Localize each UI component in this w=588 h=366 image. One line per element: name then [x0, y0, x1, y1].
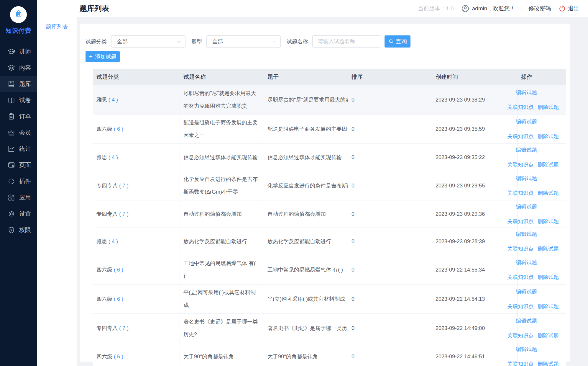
category-label: 四六级	[96, 295, 112, 303]
chevron-down-icon	[271, 39, 277, 45]
category-count-link[interactable]: ( 7 )	[119, 183, 129, 189]
app-logo: 知识付费	[0, 0, 37, 35]
sidebar-item-lecturer[interactable]: 讲师	[0, 43, 37, 60]
submenu-item-question-list[interactable]: 题库列表	[37, 23, 77, 31]
table-header-row: 试题分类试题名称题干排序创建时间操作	[93, 69, 566, 85]
main-area: 题库列表 当前版本：1.0 admin，欢迎您！ | 修改密码	[77, 0, 588, 366]
column-header: 创建时间	[432, 73, 518, 81]
delete-question-link[interactable]: 删除试题	[538, 218, 559, 225]
cell-category: 四六级 ( 6 )	[93, 115, 180, 143]
logout-button[interactable]: 退出	[559, 5, 579, 12]
sidebar-item-permission[interactable]: 权限	[0, 222, 37, 238]
category-count-link[interactable]: ( 7 )	[119, 325, 129, 331]
sidebar-item-statistics[interactable]: 统计	[0, 141, 37, 157]
cell-sort: 0	[348, 115, 432, 143]
sidebar-item-order[interactable]: 订单	[0, 108, 37, 125]
cell-created-time: 2023-09-22 14:49:00	[432, 314, 518, 343]
header-right: 当前版本：1.0 admin，欢迎您！ | 修改密码 退出	[418, 4, 579, 13]
sidebar-item-page[interactable]: 页面	[0, 157, 37, 173]
category-count-link[interactable]: ( 4 )	[109, 97, 118, 103]
delete-question-link[interactable]: 删除试题	[538, 332, 559, 339]
delete-question-link[interactable]: 删除试题	[538, 189, 559, 197]
operation-links-row: 关联知识点 删除试题	[507, 161, 559, 168]
top-header: 题库列表 当前版本：1.0 admin，欢迎您！ | 修改密码	[77, 0, 588, 17]
sidebar-menu: 讲师 内容 题库 试卷 订单 会员 统计 页面 插件 应用 设置 权限	[0, 43, 37, 238]
cell-operations: 编辑试题 关联知识点 删除试题	[518, 144, 566, 171]
sidebar-item-content[interactable]: 内容	[0, 60, 37, 76]
question-list-card: 试题分类 全部 题型 全部 试题名称	[80, 24, 570, 362]
permission-icon	[7, 226, 15, 234]
sidebar-item-member[interactable]: 会员	[0, 125, 37, 141]
operation-links-row: 关联知识点 删除试题	[507, 245, 559, 252]
search-icon	[388, 38, 394, 45]
link-knowledge-link[interactable]: 关联知识点	[507, 360, 534, 366]
cell-question-name: 大于90°的角都是钝角	[180, 343, 264, 366]
delete-question-link[interactable]: 删除试题	[538, 245, 559, 252]
cell-operations: 编辑试题 关联知识点 删除试题	[518, 171, 566, 200]
delete-question-link[interactable]: 删除试题	[538, 133, 559, 140]
question-name-input[interactable]	[312, 35, 381, 48]
cell-category: 四六级 ( 6 )	[93, 343, 180, 366]
sidebar-item-application[interactable]: 应用	[0, 189, 37, 206]
type-select[interactable]: 全部	[206, 35, 281, 48]
link-knowledge-link[interactable]: 关联知识点	[507, 189, 534, 197]
link-knowledge-link[interactable]: 关联知识点	[507, 133, 534, 140]
edit-question-link[interactable]: 编辑试题	[516, 346, 537, 353]
edit-question-link[interactable]: 编辑试题	[516, 231, 537, 238]
cell-created-time: 2023-09-22 14:54:13	[432, 285, 518, 313]
category-label: 四六级	[96, 125, 112, 133]
add-question-button[interactable]: + 添加试题	[86, 51, 120, 62]
category-label: 专四专八	[96, 182, 118, 189]
sidebar-item-plugin[interactable]: 插件	[0, 173, 37, 189]
edit-question-link[interactable]: 编辑试题	[516, 288, 537, 295]
plus-icon: +	[89, 53, 93, 60]
edit-question-link[interactable]: 编辑试题	[516, 317, 537, 324]
sidebar-item-exam-paper[interactable]: 试卷	[0, 92, 37, 108]
cell-stem: 尽职尽责的"尽"就是要求用最大的努...	[264, 85, 348, 114]
table-row: 四六级 ( 6 ) 大于90°的角都是钝角 大于90°的角都是钝角 0 2023…	[93, 343, 566, 366]
link-knowledge-link[interactable]: 关联知识点	[507, 161, 534, 168]
change-password-link[interactable]: 修改密码	[528, 5, 551, 12]
link-knowledge-link[interactable]: 关联知识点	[507, 218, 534, 225]
edit-question-link[interactable]: 编辑试题	[516, 89, 537, 96]
page-title: 题库列表	[80, 4, 109, 13]
category-count-link[interactable]: ( 4 )	[109, 154, 118, 161]
delete-question-link[interactable]: 删除试题	[538, 104, 559, 111]
link-knowledge-link[interactable]: 关联知识点	[507, 104, 534, 111]
edit-question-link[interactable]: 编辑试题	[516, 259, 537, 266]
category-label: 雅思	[96, 238, 107, 245]
cell-question-name: 尽职尽责的"尽"就是要求用最大的努力克服困难去完成职责	[180, 85, 264, 114]
link-knowledge-link[interactable]: 关联知识点	[507, 274, 534, 281]
cell-stem: 放热化学反应都能自动进行	[264, 228, 348, 255]
delete-question-link[interactable]: 删除试题	[538, 161, 559, 168]
operation-links-row: 关联知识点 删除试题	[507, 189, 559, 197]
table-row: 雅思 ( 4 ) 信息必须经过载体才能实现传输 信息必须经过载体才能实现传输 0…	[93, 144, 566, 171]
exam-paper-icon	[7, 96, 15, 104]
link-knowledge-link[interactable]: 关联知识点	[507, 245, 534, 252]
edit-question-link[interactable]: 编辑试题	[516, 203, 537, 210]
delete-question-link[interactable]: 删除试题	[538, 303, 559, 310]
link-knowledge-link[interactable]: 关联知识点	[507, 332, 534, 339]
edit-question-link[interactable]: 编辑试题	[516, 146, 537, 153]
sidebar-item-question-bank[interactable]: 题库	[0, 76, 37, 92]
table-row: 雅思 ( 4 ) 尽职尽责的"尽"就是要求用最大的努力克服困难去完成职责 尽职尽…	[93, 85, 566, 115]
category-label: 专四专八	[96, 210, 118, 218]
cell-question-name: 放热化学反应都能自动进行	[180, 228, 264, 255]
category-count-link[interactable]: ( 6 )	[114, 267, 123, 273]
sidebar-item-settings[interactable]: 设置	[0, 206, 37, 222]
delete-question-link[interactable]: 删除试题	[538, 274, 559, 281]
category-count-link[interactable]: ( 6 )	[114, 296, 123, 302]
delete-question-link[interactable]: 删除试题	[538, 360, 559, 366]
search-button[interactable]: 查询	[385, 35, 410, 48]
category-count-link[interactable]: ( 6 )	[114, 354, 123, 360]
cell-operations: 编辑试题 关联知识点 删除试题	[518, 314, 566, 343]
cell-sort: 0	[348, 314, 432, 343]
edit-question-link[interactable]: 编辑试题	[516, 175, 537, 182]
category-count-link[interactable]: ( 7 )	[119, 211, 129, 217]
link-knowledge-link[interactable]: 关联知识点	[507, 303, 534, 310]
cell-category: 四六级 ( 6 )	[93, 255, 180, 284]
category-count-link[interactable]: ( 6 )	[114, 126, 123, 132]
category-count-link[interactable]: ( 4 )	[109, 238, 118, 245]
category-select[interactable]: 全部	[111, 35, 185, 48]
edit-question-link[interactable]: 编辑试题	[516, 118, 537, 125]
